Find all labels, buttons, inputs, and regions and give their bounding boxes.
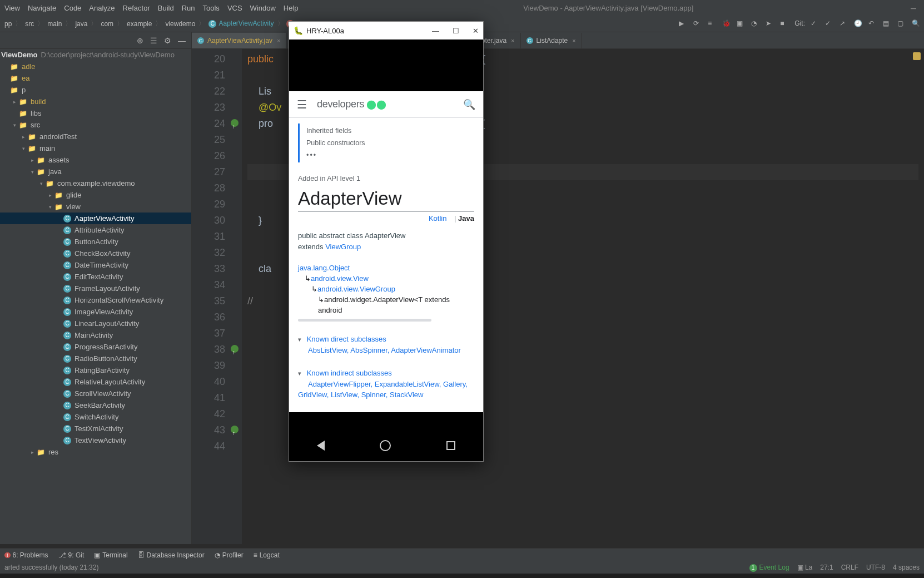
search-icon[interactable]: 🔍 xyxy=(463,98,475,111)
tool-problems[interactable]: !6: Problems xyxy=(4,551,48,559)
tree-item[interactable]: CProgressBarActivity xyxy=(0,341,191,353)
tree-item[interactable]: CAttributeActivity xyxy=(0,224,191,236)
tree-item[interactable]: CRelativeLayoutActivity xyxy=(0,376,191,388)
tree-item[interactable]: CTestXmlActivity xyxy=(0,423,191,434)
warning-indicator-icon[interactable] xyxy=(913,52,921,60)
tree-item[interactable]: CSeekBarActivity xyxy=(0,399,191,411)
profile-icon[interactable]: ◔ xyxy=(751,19,760,28)
known-direct-subclasses[interactable]: ▾ Known direct subclasses AbsListView, A… xyxy=(298,334,474,355)
apply-changes-icon[interactable]: ⟳ xyxy=(693,19,702,28)
tree-item[interactable]: CRatingBarActivity xyxy=(0,364,191,376)
caret-position[interactable]: 27:1 xyxy=(820,564,833,572)
event-log-toggle[interactable]: 1Event Log xyxy=(749,564,789,572)
close-tab-icon[interactable]: × xyxy=(277,37,280,44)
menu-vcs[interactable]: VCS xyxy=(227,4,242,12)
editor-tab[interactable]: CAapterViewActivity.jav× xyxy=(192,33,286,48)
close-tab-icon[interactable]: × xyxy=(572,37,575,44)
lang-kotlin-tab[interactable]: Kotlin xyxy=(429,214,447,223)
override-gutter-icon[interactable] xyxy=(231,345,239,353)
tree-item[interactable]: CHorizontalScrollViewActivity xyxy=(0,294,191,306)
tree-item[interactable]: 📁p xyxy=(0,84,191,96)
file-encoding[interactable]: UTF-8 xyxy=(866,564,885,572)
tool-logcat[interactable]: ≡Logcat xyxy=(254,551,280,559)
android-recents-icon[interactable] xyxy=(446,441,455,450)
link-viewgroup[interactable]: ViewGroup xyxy=(325,243,361,251)
tree-item[interactable]: CCheckBoxActivity xyxy=(0,248,191,259)
tool-terminal[interactable]: ▣Terminal xyxy=(94,551,127,559)
coverage-icon[interactable]: ▣ xyxy=(737,19,746,28)
emulator-maximize-icon[interactable]: ☐ xyxy=(453,27,459,35)
avd-manager-icon[interactable]: 🔍 xyxy=(912,19,921,28)
menu-view[interactable]: View xyxy=(4,4,20,12)
toc-public-constructors[interactable]: Public constructors xyxy=(306,137,474,149)
tree-item[interactable]: CScrollViewActivity xyxy=(0,388,191,399)
apply-code-icon[interactable]: ≡ xyxy=(708,19,717,28)
project-tree[interactable]: ViewDemo D:\coder\project\android-study\… xyxy=(0,49,191,544)
vcs-commit-icon[interactable]: ✓ xyxy=(825,19,834,28)
flatten-icon[interactable]: ☰ xyxy=(150,36,157,45)
tree-item[interactable]: CButtonActivity xyxy=(0,236,191,248)
line-separator[interactable]: CRLF xyxy=(841,564,858,572)
emulator-titlebar[interactable]: 🐛 HRY-AL00a — ☐ ✕ xyxy=(289,22,483,39)
link-view[interactable]: android.view.View xyxy=(311,274,369,283)
tree-item[interactable]: ▸📁build xyxy=(0,96,191,107)
sdk-manager-icon[interactable]: ▢ xyxy=(897,19,906,28)
tree-item[interactable]: 📁adle xyxy=(0,61,191,72)
override-gutter-icon[interactable] xyxy=(231,426,239,433)
emulator-close-icon[interactable]: ✕ xyxy=(473,27,479,35)
tree-item[interactable]: ▾📁com.example.viewdemo xyxy=(0,177,191,189)
locate-icon[interactable]: ⊕ xyxy=(137,36,143,45)
tree-item[interactable]: CAapterViewActivity xyxy=(0,213,191,224)
tree-item[interactable]: ▸📁assets xyxy=(0,154,191,166)
crumb-main[interactable]: main xyxy=(47,20,62,28)
override-gutter-icon[interactable] xyxy=(231,119,239,127)
toc-inherited-fields[interactable]: Inherited fields xyxy=(306,125,474,137)
menu-window[interactable]: Window xyxy=(250,4,276,12)
hide-icon[interactable]: — xyxy=(178,36,186,45)
hamburger-icon[interactable]: ☰ xyxy=(297,98,307,111)
crumb-pp[interactable]: pp xyxy=(4,20,12,28)
crumb-viewdemo[interactable]: viewdemo xyxy=(165,20,195,28)
tree-item[interactable]: CImageViewActivity xyxy=(0,306,191,318)
menu-navigate[interactable]: Navigate xyxy=(28,4,56,12)
indent-setting[interactable]: 4 spaces xyxy=(893,564,920,572)
attach-icon[interactable]: ➤ xyxy=(766,19,774,28)
vcs-update-icon[interactable]: ✓ xyxy=(811,19,819,28)
vcs-rollback-icon[interactable]: ↶ xyxy=(868,19,877,28)
tree-item[interactable]: CEditTextActivity xyxy=(0,271,191,283)
menu-run[interactable]: Run xyxy=(182,4,195,12)
tree-item[interactable]: ▸📁glide xyxy=(0,189,191,201)
crumb-src[interactable]: src xyxy=(25,20,34,28)
tool-profiler[interactable]: ◔Profiler xyxy=(215,551,244,559)
tree-item[interactable]: 📁libs xyxy=(0,107,191,119)
project-root-label[interactable]: ViewDemo xyxy=(1,51,38,59)
crumb-com[interactable]: com xyxy=(101,20,113,28)
layout-inspector-toggle[interactable]: ▣ La xyxy=(797,564,813,572)
window-minimize-icon[interactable]: – xyxy=(911,2,916,14)
debug-icon[interactable]: 🐞 xyxy=(722,19,731,28)
tree-item[interactable]: ▾📁java xyxy=(0,166,191,177)
editor-gutter[interactable]: 2021222324252627282930313233343536373839… xyxy=(192,49,242,544)
crumb-class[interactable]: CAapterViewActivity xyxy=(208,19,274,28)
menu-tools[interactable]: Tools xyxy=(203,4,220,12)
project-structure-icon[interactable]: ▤ xyxy=(883,19,892,28)
tree-item[interactable]: ▾📁main xyxy=(0,142,191,154)
lang-java-tab[interactable]: Java xyxy=(458,214,474,223)
tree-item[interactable]: 📁ea xyxy=(0,72,191,84)
tree-item[interactable]: ▸📁res xyxy=(0,446,191,458)
tree-item[interactable]: ▾📁view xyxy=(0,201,191,213)
settings-icon[interactable]: ⚙ xyxy=(164,36,171,45)
android-home-icon[interactable] xyxy=(380,440,391,451)
tree-item[interactable]: CTextViewActivity xyxy=(0,434,191,446)
tool-git[interactable]: ⎇9: Git xyxy=(58,551,85,559)
crumb-example[interactable]: example xyxy=(127,20,152,28)
menu-analyze[interactable]: Analyze xyxy=(89,4,115,12)
tree-item[interactable]: CFrameLayoutActivity xyxy=(0,283,191,294)
menu-refactor[interactable]: Refactor xyxy=(123,4,150,12)
close-tab-icon[interactable]: × xyxy=(511,37,514,44)
tree-item[interactable]: ▸📁androidTest xyxy=(0,131,191,142)
horizontal-scrollbar[interactable] xyxy=(298,319,431,322)
menu-code[interactable]: Code xyxy=(64,4,81,12)
emulator-minimize-icon[interactable]: — xyxy=(432,27,439,35)
link-viewgroup2[interactable]: android.view.ViewGroup xyxy=(317,285,395,293)
